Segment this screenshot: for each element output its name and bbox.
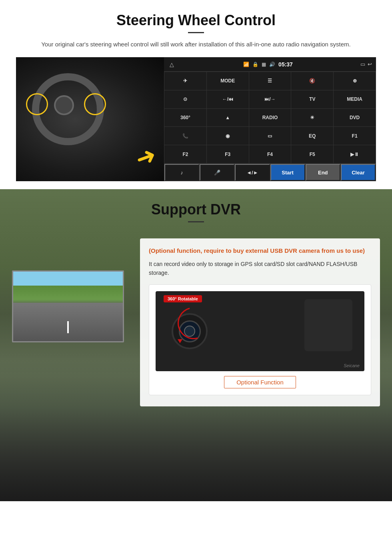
btn-brightness[interactable]: ☀ xyxy=(291,109,333,127)
seicane-watermark: Seicane xyxy=(344,363,360,368)
btn-phone[interactable]: 📞 xyxy=(164,127,206,145)
dvr-optional-notice: (Optional function, require to buy exter… xyxy=(149,246,371,256)
btn-music[interactable]: ♪ xyxy=(164,164,199,181)
sw-hub xyxy=(54,95,74,115)
btn-next[interactable]: ⏭/→ xyxy=(249,90,291,108)
btn-tv[interactable]: TV xyxy=(291,90,333,108)
steering-photo: ➜ xyxy=(16,57,164,181)
optional-function-button[interactable]: Optional Function xyxy=(224,376,296,388)
dvr-thumbnail xyxy=(12,270,124,342)
dvr-thumbnail-container xyxy=(12,270,132,342)
btn-start[interactable]: Start xyxy=(270,164,305,181)
camera-product-box: 360° Rotatable Seicane Optional xyxy=(149,284,371,395)
steering-wheel-sim xyxy=(28,69,108,157)
btn-apps[interactable]: ⊕ xyxy=(334,72,376,90)
camera-visual: 360° Rotatable Seicane xyxy=(156,291,364,371)
btn-mic[interactable]: 🎤 xyxy=(200,164,234,181)
dvr-divider xyxy=(188,221,204,222)
btn-eq[interactable]: EQ xyxy=(291,127,333,145)
btn-prev[interactable]: ←/⏮ xyxy=(207,90,249,108)
yellow-circle-right xyxy=(84,93,106,115)
yellow-circle-left xyxy=(26,93,48,115)
btn-eject[interactable]: ▲ xyxy=(207,109,249,127)
btn-mute[interactable]: 🔇 xyxy=(291,72,333,90)
dvr-thumb-lane-line xyxy=(67,321,69,333)
btn-playpause[interactable]: ▶⏸ xyxy=(334,145,376,163)
steering-section: Steering Wheel Control Your original car… xyxy=(0,0,392,189)
time-display: 05:37 xyxy=(278,61,293,68)
btn-media[interactable]: MEDIA xyxy=(334,90,376,108)
btn-voladjust[interactable]: ◄/► xyxy=(235,164,270,181)
dvr-main-content: (Optional function, require to buy exter… xyxy=(0,226,392,418)
radio-bottom-row: ♪ 🎤 ◄/► Start End Clear xyxy=(164,164,376,181)
btn-screen[interactable]: ▭ xyxy=(249,127,291,145)
steering-title: Steering Wheel Control xyxy=(16,12,376,29)
topbar-left: △ xyxy=(168,60,176,68)
dvr-title: Support DVR xyxy=(16,201,376,218)
rotate-badge: 360° Rotatable xyxy=(164,295,202,302)
sim-icon: ▦ xyxy=(262,62,266,67)
dvr-section: Support DVR (Optional function, require … xyxy=(0,189,392,501)
steering-container: ➜ △ 📶 🔒 ▦ 🔊 05:37 ▭ ↩ xyxy=(16,57,376,181)
arrow-overlay: ➜ xyxy=(132,142,160,172)
steering-subtitle: Your original car's steering wheel contr… xyxy=(32,40,360,49)
btn-f1[interactable]: F1 xyxy=(334,127,376,145)
radio-ui-panel: △ 📶 🔒 ▦ 🔊 05:37 ▭ ↩ ✈ MODE xyxy=(164,57,376,181)
btn-radio[interactable]: RADIO xyxy=(249,109,291,127)
btn-menu[interactable]: ☰ xyxy=(249,72,291,90)
topbar-center: 📶 🔒 ▦ 🔊 05:37 xyxy=(243,61,293,68)
dvr-description-text: It can record video only to storage in G… xyxy=(149,260,371,278)
window-icon[interactable]: ▭ xyxy=(360,61,365,67)
btn-internet[interactable]: ◉ xyxy=(207,127,249,145)
camera-body xyxy=(304,299,352,351)
sound-icon: 🔊 xyxy=(269,62,275,67)
btn-f5[interactable]: F5 xyxy=(291,145,333,163)
lock-icon: 🔒 xyxy=(252,62,258,67)
btn-mode[interactable]: MODE xyxy=(207,72,249,90)
btn-f2[interactable]: F2 xyxy=(164,145,206,163)
btn-dvd[interactable]: DVD xyxy=(334,109,376,127)
title-divider xyxy=(188,32,204,33)
dvr-info-box: (Optional function, require to buy exter… xyxy=(140,238,380,406)
btn-settings[interactable]: ⊙ xyxy=(164,90,206,108)
back-icon[interactable]: ↩ xyxy=(368,61,372,67)
btn-clear[interactable]: Clear xyxy=(341,164,376,181)
home-icon: △ xyxy=(168,60,176,68)
topbar-right: ▭ ↩ xyxy=(360,61,372,67)
dvr-header: Support DVR xyxy=(0,189,392,222)
rotate-arrow-tip xyxy=(178,339,182,343)
wifi-icon: 📶 xyxy=(243,62,249,67)
btn-f4[interactable]: F4 xyxy=(249,145,291,163)
btn-end[interactable]: End xyxy=(306,164,340,181)
btn-navigate[interactable]: ✈ xyxy=(164,72,206,90)
radio-button-grid: ✈ MODE ☰ 🔇 ⊕ ⊙ ←/⏮ ⏭/→ TV MEDIA 360° ▲ R… xyxy=(164,72,376,164)
btn-f3[interactable]: F3 xyxy=(207,145,249,163)
steering-bg: ➜ xyxy=(16,57,164,181)
radio-topbar: △ 📶 🔒 ▦ 🔊 05:37 ▭ ↩ xyxy=(164,57,376,72)
btn-360[interactable]: 360° xyxy=(164,109,206,127)
